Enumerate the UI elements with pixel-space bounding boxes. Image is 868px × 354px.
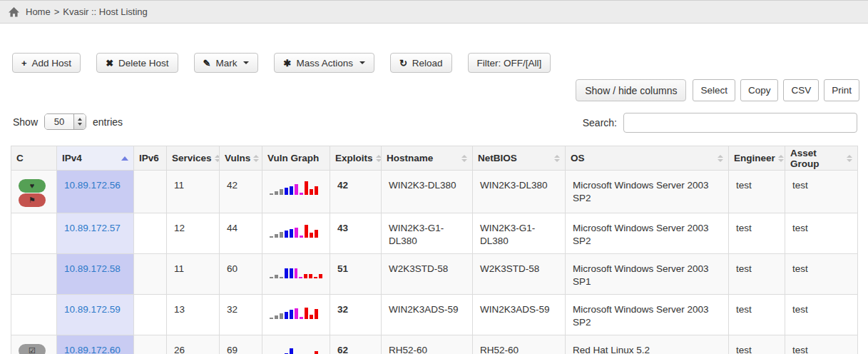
cell-engineer: test (729, 171, 785, 213)
column-header-asset_group[interactable]: Asset Group (785, 146, 858, 171)
breadcrumb-home[interactable]: Home (26, 6, 51, 17)
check-square-icon: ☑ (29, 345, 36, 354)
cell-os: Microsoft Windows Server 2003 SP1 (566, 254, 729, 295)
vuln-graph[interactable] (270, 345, 322, 354)
filter-button[interactable]: Filter: OFF/[All] (468, 53, 551, 73)
vuln-bar (314, 277, 317, 278)
vuln-bar (315, 230, 318, 238)
column-label-vuln_graph: Vuln Graph (267, 153, 319, 163)
select-button[interactable]: Select (693, 79, 735, 101)
vuln-bar (280, 277, 283, 278)
vuln-bar (304, 274, 307, 278)
column-header-os[interactable]: OS (566, 146, 729, 171)
heart-icon: ♥ (30, 181, 35, 191)
vuln-bar (290, 268, 293, 278)
ipv4-link[interactable]: 10.89.172.60 (64, 345, 121, 354)
caret-down-icon (359, 61, 365, 64)
vuln-graph[interactable] (270, 223, 322, 238)
flag-badge[interactable]: ⚑ (19, 193, 46, 207)
column-header-netbios[interactable]: NetBIOS (473, 146, 566, 171)
column-header-ipv4[interactable]: IPv4 (57, 146, 134, 171)
cell-vuln-graph (262, 295, 330, 335)
cell-ipv6 (134, 171, 167, 213)
table-row: 10.89.172.57124443WIN2K3-G1-DL380WIN2K3-… (11, 213, 858, 254)
sort-down-icon (215, 159, 220, 162)
ipv4-link[interactable]: 10.89.172.57 (64, 223, 121, 233)
search-input[interactable] (623, 113, 857, 133)
cell-services: 26 (167, 335, 220, 354)
cell-netbios: WIN2K3ADS-59 (473, 295, 566, 335)
cell-flags: ♥⚑ (11, 171, 57, 213)
column-label-ipv6: IPv6 (139, 153, 159, 163)
vuln-graph[interactable] (270, 264, 322, 278)
vuln-graph[interactable] (270, 181, 322, 195)
column-header-engineer[interactable]: Engineer (729, 146, 785, 171)
column-header-vulns[interactable]: Vulns (220, 146, 262, 171)
column-header-services[interactable]: Services (167, 146, 220, 171)
column-header-exploits[interactable]: Exploits (330, 146, 382, 171)
cell-ipv4: 10.89.172.57 (57, 213, 134, 254)
copy-button[interactable]: Copy (740, 79, 779, 101)
csv-button[interactable]: CSV (783, 79, 819, 101)
search-bar: Search: (583, 113, 857, 133)
stepper-up-icon[interactable] (78, 118, 82, 121)
vuln-bar (275, 275, 278, 278)
column-header-c: C (11, 146, 57, 171)
pencil-icon: ✎ (203, 58, 211, 69)
cell-flags (11, 254, 57, 295)
column-header-hostname[interactable]: Hostname (382, 146, 473, 171)
print-button[interactable]: Print (824, 79, 859, 101)
cell-vulns: 60 (220, 254, 262, 295)
toolbar: +Add Host✖Delete Host✎Mark✱Mass Actions↻… (12, 53, 551, 73)
sort-icon (554, 155, 560, 162)
cell-netbios: WIN2K3-G1-DL380 (473, 213, 566, 254)
show-hide-columns-button[interactable]: Show / hide columns (576, 79, 686, 101)
home-icon[interactable] (9, 7, 19, 17)
vuln-bar (305, 225, 308, 238)
sort-icon (847, 155, 852, 162)
delete-host-button[interactable]: ✖Delete Host (96, 53, 178, 73)
ipv4-link[interactable]: 10.89.172.56 (64, 180, 121, 191)
cell-engineer: test (729, 295, 785, 335)
reload-icon: ↻ (399, 58, 407, 69)
vuln-bar (295, 228, 298, 238)
stepper-arrows-icon[interactable] (73, 114, 86, 129)
vuln-bar (275, 191, 278, 195)
cell-ipv6 (134, 254, 167, 295)
mark-button[interactable]: ✎Mark (194, 53, 259, 73)
sort-down-icon (718, 159, 723, 162)
sort-down-icon (847, 159, 852, 162)
vuln-bar (299, 277, 302, 278)
cell-vulns: 32 (220, 295, 262, 335)
cell-hostname: WIN2K3ADS-59 (382, 295, 473, 335)
column-label-asset_group: Asset Group (790, 148, 844, 169)
flag-icon: ⚑ (29, 195, 36, 206)
ipv4-link[interactable]: 10.89.172.59 (64, 304, 121, 315)
mass-actions-button-label: Mass Actions (296, 58, 353, 69)
vuln-bar (280, 189, 283, 195)
vuln-bar (295, 308, 298, 319)
entries-suffix-label: entries (93, 116, 123, 128)
sort-down-icon (461, 159, 467, 162)
page-length-value: 50 (45, 114, 73, 129)
page-length-select[interactable]: 50 (44, 113, 86, 130)
cell-asset-group: test (785, 254, 858, 295)
export-bar: Show / hide columns SelectCopyCSVPrint (576, 79, 859, 101)
sort-up-icon (121, 156, 128, 161)
sort-icon (778, 155, 784, 162)
cell-flags (11, 213, 57, 254)
vuln-bar (270, 318, 273, 319)
cell-asset-group: test (785, 335, 858, 354)
ipv4-link[interactable]: 10.89.172.58 (64, 263, 121, 274)
sort-asc-icon (121, 156, 128, 161)
check-badge[interactable]: ☑ (19, 344, 46, 354)
vuln-graph[interactable] (270, 305, 322, 319)
cell-vulns: 42 (220, 171, 262, 213)
add-host-button[interactable]: +Add Host (12, 53, 81, 73)
sort-up-icon (376, 155, 382, 158)
reload-button[interactable]: ↻Reload (390, 53, 452, 73)
table-row: 10.89.172.58116051W2K3STD-58W2K3STD-58Mi… (11, 254, 858, 295)
heart-badge[interactable]: ♥ (19, 179, 46, 193)
mass-actions-button[interactable]: ✱Mass Actions (274, 53, 374, 73)
stepper-down-icon[interactable] (78, 123, 82, 126)
